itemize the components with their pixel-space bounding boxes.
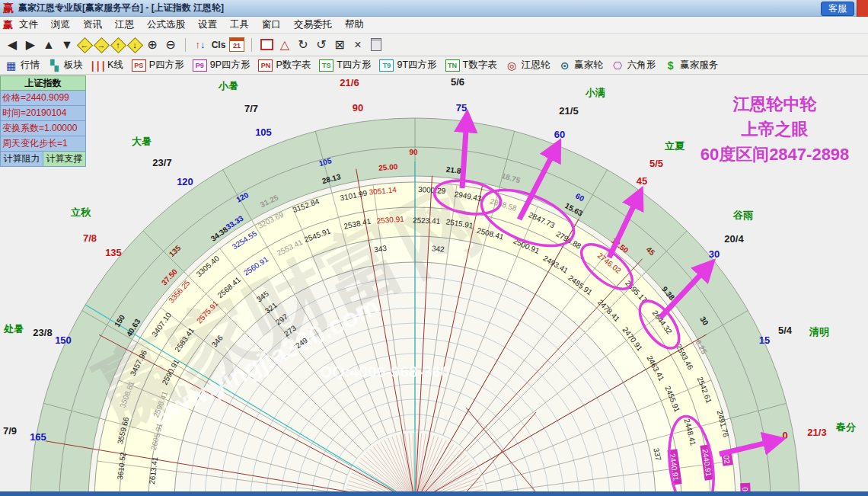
quotes-button-icon: ▦ bbox=[5, 59, 18, 72]
9t-square-button[interactable]: T99T四方形 bbox=[379, 59, 436, 72]
diamond-up-icon[interactable]: ↑ bbox=[110, 37, 126, 53]
triangle-tool-icon[interactable]: △ bbox=[276, 36, 294, 54]
calc-resistance-button[interactable]: 计算阻力 bbox=[0, 152, 43, 167]
svg-text:105: 105 bbox=[255, 126, 272, 138]
svg-text:7/8: 7/8 bbox=[83, 232, 97, 244]
t-square-button[interactable]: TST四方形 bbox=[319, 59, 371, 72]
menu-item-公式选股[interactable]: 公式选股 bbox=[147, 18, 185, 31]
rotate-ccw-icon[interactable]: ↺ bbox=[312, 36, 330, 54]
svg-text:45: 45 bbox=[637, 175, 647, 187]
winner-service-button[interactable]: $赢家服务 bbox=[664, 59, 718, 72]
p-number-table-button[interactable]: PNP数字表 bbox=[258, 59, 311, 72]
p-number-table-button-icon: PN bbox=[258, 59, 273, 72]
trash-icon[interactable] bbox=[367, 36, 385, 54]
svg-text:120: 120 bbox=[177, 176, 193, 187]
svg-text:25.00: 25.00 bbox=[378, 162, 398, 172]
main-toolbar: ◀▶▲▼←→↑↓⊕⊖↑↓Cls21△↻↺⊠× bbox=[0, 34, 868, 56]
9p-square-button-label: 9P四方形 bbox=[210, 59, 251, 72]
menu-item-窗口[interactable]: 窗口 bbox=[262, 18, 281, 31]
menu-item-文件[interactable]: 文件 bbox=[19, 18, 38, 31]
menu-bar: 赢 文件浏览资讯江恩公式选股设置工具窗口交易委托帮助 bbox=[0, 17, 868, 34]
sectors-button[interactable]: ▚板块 bbox=[48, 59, 83, 72]
svg-text:处暑: 处暑 bbox=[3, 323, 24, 334]
hexagon-button-label: 六角形 bbox=[627, 59, 656, 72]
svg-text:165: 165 bbox=[30, 431, 46, 443]
winner-wheel-button-icon: ⊙ bbox=[558, 59, 571, 72]
t-number-table-button-label: T数字表 bbox=[463, 59, 497, 72]
hexagon-button[interactable]: ⎔六角形 bbox=[611, 59, 656, 72]
gann-wheel-button-icon: ◎ bbox=[506, 59, 519, 72]
zoom-in-icon[interactable]: ⊕ bbox=[143, 36, 161, 54]
pointer-down-icon[interactable]: ▼ bbox=[58, 36, 76, 54]
annotation-line1: 江恩轮中轮 bbox=[681, 91, 868, 117]
gann-wheel-button[interactable]: ◎江恩轮 bbox=[506, 59, 550, 72]
svg-text:90: 90 bbox=[409, 148, 418, 156]
annotation-line3: 60度区间2847-2898 bbox=[681, 142, 868, 167]
quotes-button[interactable]: ▦行情 bbox=[5, 59, 40, 72]
info-row: 周天变化步长=1 bbox=[0, 136, 86, 152]
nav-right-icon[interactable]: ▶ bbox=[21, 36, 40, 54]
winner-wheel-button[interactable]: ⊙赢家轮 bbox=[558, 59, 603, 72]
boxed-x-icon[interactable]: ⊠ bbox=[330, 36, 349, 54]
menu-item-交易委托[interactable]: 交易委托 bbox=[294, 18, 332, 31]
menu-item-帮助[interactable]: 帮助 bbox=[345, 18, 364, 31]
menu-item-江恩[interactable]: 江恩 bbox=[115, 18, 134, 31]
nav-left-icon[interactable]: ◀ bbox=[3, 36, 21, 54]
t-square-button-label: T四方形 bbox=[337, 59, 371, 72]
updown-arrows-icon[interactable]: ↑↓ bbox=[191, 36, 209, 54]
menu-item-浏览[interactable]: 浏览 bbox=[51, 18, 70, 31]
window-bottom-edge bbox=[0, 491, 868, 496]
index-info-panel: 上证指数 价格=2440.9099时间=20190104变换系数=1.00000… bbox=[0, 75, 86, 167]
diamond-right-icon[interactable]: → bbox=[93, 37, 110, 53]
svg-text:23/7: 23/7 bbox=[152, 157, 171, 168]
diamond-down-icon[interactable]: ↓ bbox=[126, 37, 143, 53]
svg-text:20/4: 20/4 bbox=[724, 233, 744, 245]
sectors-button-label: 板块 bbox=[64, 59, 83, 72]
gann-wheel-chart[interactable]: 赢家财富网www.yingjia360.comQQ:4006-968-36036… bbox=[0, 75, 868, 491]
app-logo-icon: 赢 bbox=[3, 2, 14, 15]
p-number-table-button-label: P数字表 bbox=[276, 59, 311, 72]
menu-item-工具[interactable]: 工具 bbox=[230, 18, 249, 31]
diamond-left-icon[interactable]: ← bbox=[76, 37, 93, 53]
p-square-button-icon: PS bbox=[132, 59, 146, 72]
calendar-21-icon[interactable]: 21 bbox=[228, 36, 246, 54]
svg-text:75: 75 bbox=[456, 102, 467, 114]
customer-service-button[interactable]: 客服 bbox=[821, 2, 854, 16]
quotes-button-label: 行情 bbox=[21, 59, 40, 72]
gann-wheel-app-window: 赢 赢家江恩专业版[赢家服务平台] - [上证指数 江恩轮] 客服 赢 文件浏览… bbox=[0, 0, 868, 496]
svg-text:7/9: 7/9 bbox=[3, 425, 17, 437]
svg-text:清明: 清明 bbox=[809, 326, 829, 338]
window-corner-badge[interactable] bbox=[857, 0, 868, 17]
square-tool-icon[interactable] bbox=[257, 36, 276, 54]
pointer-up-icon[interactable]: ▲ bbox=[40, 36, 58, 54]
svg-text:343: 343 bbox=[374, 244, 388, 254]
svg-text:5/4: 5/4 bbox=[778, 325, 793, 336]
svg-text:135: 135 bbox=[105, 247, 122, 258]
t-number-table-button[interactable]: TNT数字表 bbox=[445, 59, 497, 72]
p-square-button[interactable]: PSP四方形 bbox=[132, 59, 184, 72]
magenta-annotation: 江恩轮中轮 上帝之眼 60度区间2847-2898 bbox=[681, 91, 868, 167]
p-square-button-label: P四方形 bbox=[149, 59, 184, 72]
svg-text:0: 0 bbox=[782, 430, 787, 441]
cls-button[interactable]: Cls bbox=[209, 36, 228, 54]
info-row: 价格=2440.9099 bbox=[0, 91, 86, 106]
calc-support-button[interactable]: 计算支撑 bbox=[43, 152, 86, 167]
info-row: 时间=20190104 bbox=[0, 106, 86, 121]
winner-wheel-button-label: 赢家轮 bbox=[574, 59, 603, 72]
zoom-out-icon[interactable]: ⊖ bbox=[161, 36, 180, 54]
winner-service-button-icon: $ bbox=[664, 59, 677, 72]
9p-square-button[interactable]: P99P四方形 bbox=[193, 59, 251, 72]
svg-text:150: 150 bbox=[55, 334, 72, 346]
9t-square-button-label: 9T四方形 bbox=[397, 59, 436, 72]
center-icon[interactable]: × bbox=[349, 36, 367, 54]
menu-item-资讯[interactable]: 资讯 bbox=[83, 18, 102, 31]
index-name: 上证指数 bbox=[0, 75, 86, 91]
svg-text:谷雨: 谷雨 bbox=[732, 210, 754, 221]
menu-items: 文件浏览资讯江恩公式选股设置工具窗口交易委托帮助 bbox=[19, 18, 377, 31]
rotate-cw-icon[interactable]: ↻ bbox=[294, 36, 312, 54]
svg-text:3000.29: 3000.29 bbox=[418, 185, 446, 195]
9p-square-button-icon: P9 bbox=[193, 59, 207, 72]
menu-item-设置[interactable]: 设置 bbox=[198, 18, 217, 31]
toolbar-separator bbox=[185, 38, 186, 52]
kline-button[interactable]: ∣∣∣K线 bbox=[91, 59, 123, 72]
